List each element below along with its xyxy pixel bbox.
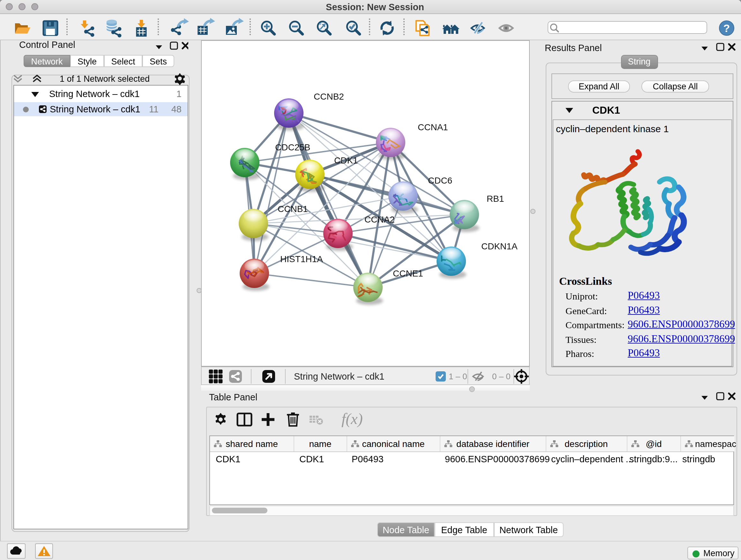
- svg-text:CDC6: CDC6: [428, 175, 452, 185]
- svg-text:0 – 0: 0 – 0: [492, 371, 510, 381]
- svg-text:CCNB1: CCNB1: [277, 204, 308, 213]
- svg-text:String Network – cdk1: String Network – cdk1: [293, 371, 384, 381]
- svg-text:CCNA1: CCNA1: [417, 122, 448, 132]
- svg-text:CCNA2: CCNA2: [364, 214, 394, 224]
- svg-text:f(x): f(x): [341, 410, 363, 428]
- svg-text:CCNE1: CCNE1: [393, 268, 423, 278]
- svg-text:CCNB2: CCNB2: [313, 91, 344, 101]
- svg-text:CDKN1A: CDKN1A: [481, 241, 517, 251]
- svg-text:?: ?: [724, 22, 730, 34]
- svg-text:CDC25B: CDC25B: [275, 142, 310, 152]
- svg-text:HIST1H1A: HIST1H1A: [280, 254, 323, 264]
- svg-text:1 – 0: 1 – 0: [448, 371, 467, 381]
- svg-text:RB1: RB1: [486, 193, 503, 203]
- svg-text:CDK1: CDK1: [334, 155, 358, 165]
